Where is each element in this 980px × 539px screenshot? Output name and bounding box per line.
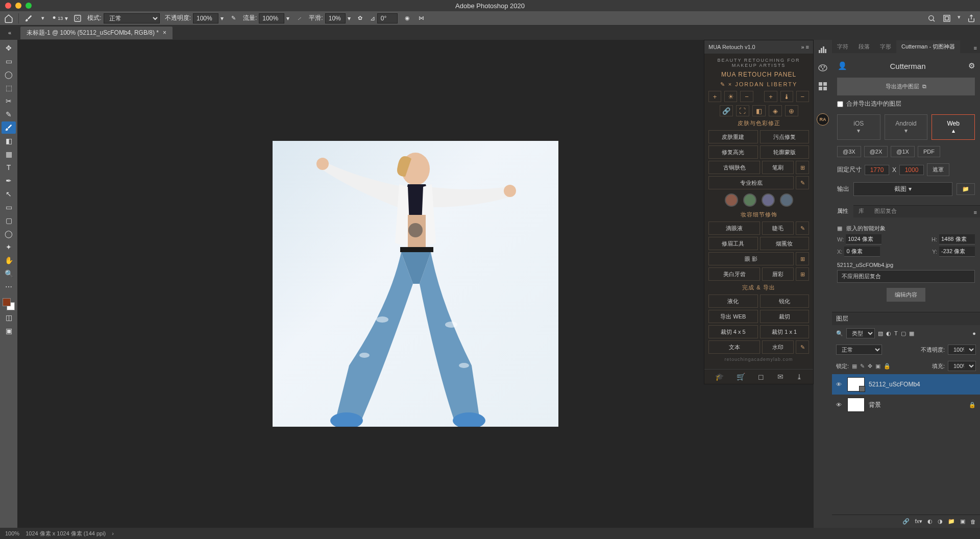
maximize-window-button[interactable]: [26, 3, 32, 9]
mua-smoky-button[interactable]: 烟熏妆: [760, 237, 810, 250]
layer-name[interactable]: 背景: [869, 401, 881, 409]
layer-fill-input[interactable]: 100%: [948, 361, 976, 371]
mua-eyeshadow-button[interactable]: 眼 影: [708, 252, 794, 265]
pressure-size-icon[interactable]: ◉: [403, 14, 412, 23]
scale-pdf-button[interactable]: PDF: [918, 146, 940, 157]
search-icon[interactable]: [927, 14, 936, 23]
lock-all-icon[interactable]: 🔒: [884, 363, 891, 370]
mua-brush-icon[interactable]: ✎: [796, 176, 809, 189]
marquee-tool[interactable]: ▭: [2, 55, 16, 67]
mua-bronze-button[interactable]: 古铜肤色: [708, 161, 760, 174]
mua-menu-icon[interactable]: ≡: [806, 44, 809, 50]
airbrush-icon[interactable]: ⟋: [295, 14, 304, 23]
tab-paragraph[interactable]: 段落: [853, 40, 875, 53]
lock-paint-icon[interactable]: ✎: [860, 363, 865, 370]
close-tab-icon[interactable]: ×: [163, 29, 166, 36]
mua-spot-repair-button[interactable]: 污点修复: [760, 130, 810, 143]
mua-skin-texture-button[interactable]: 轮廓蒙版: [760, 145, 810, 159]
layer-opacity-input[interactable]: 100%: [948, 345, 976, 355]
properties-menu-icon[interactable]: ≡: [971, 207, 980, 217]
mua-patch-icon[interactable]: ◈: [769, 105, 782, 116]
mua-highlight-repair-button[interactable]: 修复高光: [708, 145, 758, 159]
mua-lipstick-grid-icon[interactable]: ⊞: [796, 267, 809, 281]
lock-position-icon[interactable]: ✥: [868, 363, 872, 370]
flow-input[interactable]: [259, 13, 284, 23]
zoom-tool[interactable]: 🔍: [2, 267, 16, 280]
mua-panel-header[interactable]: MUA Retouch v1.0 » ≡: [704, 40, 813, 54]
mua-footer-link[interactable]: retouchingacademylab.com: [708, 357, 809, 362]
angle-input[interactable]: [377, 13, 398, 23]
merge-export-checkbox[interactable]: 合并导出选中的图层: [837, 100, 975, 108]
ra-badge-icon[interactable]: RA: [817, 113, 829, 126]
prop-x[interactable]: 0 像素: [844, 247, 880, 257]
output-folder-icon[interactable]: 📁: [957, 183, 975, 195]
mua-crop-1x1-button[interactable]: 裁切 1 x 1: [760, 325, 810, 338]
mua-whitening-button[interactable]: 美白牙齿: [708, 267, 760, 281]
layer-mask-icon[interactable]: ◐: [927, 518, 933, 525]
panel-menu-icon[interactable]: ≡: [971, 43, 980, 53]
minimize-window-button[interactable]: [15, 3, 21, 9]
platform-ios-button[interactable]: iOS▾: [837, 114, 880, 140]
width-input[interactable]: [865, 165, 889, 175]
layer-visibility-icon[interactable]: 👁: [836, 402, 843, 408]
mua-minus-button[interactable]: −: [740, 91, 753, 102]
doc-info-arrow-icon[interactable]: ›: [112, 530, 114, 536]
delete-layer-icon[interactable]: 🗑: [970, 519, 976, 525]
filter-smart-icon[interactable]: ▦: [909, 330, 914, 337]
user-icon[interactable]: 👤: [837, 61, 847, 70]
layer-thumbnail[interactable]: [847, 398, 865, 412]
mua-color-4[interactable]: [780, 193, 793, 207]
link-layers-icon[interactable]: 🔗: [902, 518, 910, 525]
workspace-icon[interactable]: [942, 14, 951, 23]
crop-tool[interactable]: ✂: [2, 95, 16, 107]
mua-stamp-icon[interactable]: ⛶: [736, 105, 749, 116]
mua-watermark-brush-icon[interactable]: ✎: [796, 340, 809, 354]
mua-color-1[interactable]: [725, 193, 738, 207]
mua-mail-icon[interactable]: ✉: [777, 373, 783, 381]
mua-eraser-icon[interactable]: ◧: [752, 105, 766, 116]
mua-temp-minus-button[interactable]: −: [796, 91, 809, 102]
mua-skin-rebuild-button[interactable]: 皮肤重建: [708, 130, 758, 143]
new-layer-icon[interactable]: ▣: [960, 518, 965, 525]
mua-color-2[interactable]: [743, 193, 756, 207]
layer-item-1[interactable]: 👁 52112_uScFOMb4: [832, 374, 980, 395]
color-swatches[interactable]: [3, 298, 15, 310]
layer-fx-icon[interactable]: fx▾: [915, 518, 922, 525]
ellipse-tool[interactable]: ◯: [2, 228, 16, 240]
layer-item-2[interactable]: 👁 背景 🔒: [832, 395, 980, 415]
screen-mode-tool[interactable]: ▣: [2, 325, 16, 337]
scale-1x-button[interactable]: @1X: [891, 146, 915, 157]
quick-mask-tool[interactable]: ◫: [2, 311, 16, 324]
mua-temp-plus-button[interactable]: +: [764, 91, 777, 102]
gradient-tool[interactable]: ▦: [2, 148, 16, 160]
mua-instagram-icon[interactable]: ◻: [758, 373, 764, 381]
mua-export-web-button[interactable]: 导出 WEB: [708, 310, 758, 323]
prop-height[interactable]: 1488 像素: [939, 234, 975, 244]
quick-select-tool[interactable]: ⬚: [2, 82, 16, 94]
pressure-opacity-icon[interactable]: ✎: [229, 14, 238, 23]
brush-tool[interactable]: [2, 121, 16, 134]
layer-thumbnail[interactable]: [847, 377, 865, 391]
filter-type-icon[interactable]: T: [894, 330, 898, 336]
scale-2x-button[interactable]: @2X: [864, 146, 888, 157]
mua-link-icon[interactable]: 🔗: [720, 105, 733, 116]
eraser-tool[interactable]: ◧: [2, 135, 16, 147]
scale-3x-button[interactable]: @3X: [837, 146, 861, 157]
mua-foundation-button[interactable]: 专业粉底: [708, 176, 794, 189]
histogram-panel-icon[interactable]: [817, 44, 828, 55]
output-select[interactable]: 截图 ▾: [853, 182, 952, 196]
share-icon[interactable]: [967, 14, 976, 23]
brush-dropdown-icon[interactable]: ▾: [38, 14, 47, 23]
mua-thermometer-icon[interactable]: 🌡: [780, 91, 793, 102]
mua-plus-button[interactable]: +: [708, 91, 721, 102]
mua-lipstick-button[interactable]: 唇彩: [762, 267, 794, 281]
tab-properties[interactable]: 属性: [832, 205, 853, 217]
filter-shape-icon[interactable]: ▢: [901, 330, 906, 337]
brush-preset[interactable]: • 13 ▾: [53, 13, 68, 23]
mua-color-3[interactable]: [762, 193, 775, 207]
tab-glyphs[interactable]: 字形: [875, 40, 896, 53]
platform-android-button[interactable]: Android▾: [885, 114, 928, 140]
prop-width[interactable]: 1024 像素: [846, 234, 881, 244]
edit-content-button[interactable]: 编辑内容: [887, 288, 925, 302]
rounded-rect-tool[interactable]: ▢: [2, 214, 16, 227]
